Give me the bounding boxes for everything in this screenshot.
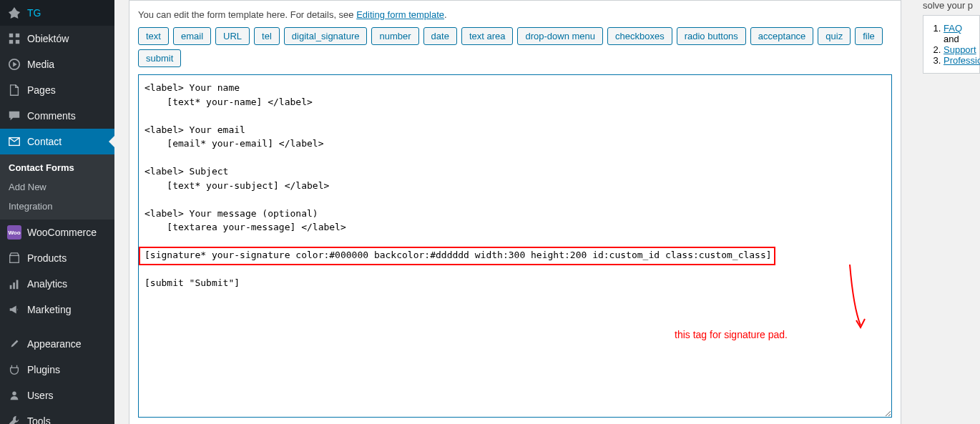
sidebar-item-label: Marketing	[27, 304, 71, 315]
media-icon	[7, 57, 21, 72]
svg-rect-0	[9, 34, 13, 37]
sidebar-item-products[interactable]: Products	[0, 245, 114, 271]
sidebar-item-media[interactable]: Media	[0, 51, 114, 77]
support-link[interactable]: Support	[944, 44, 976, 55]
tag-dropdown-button[interactable]: drop-down menu	[517, 27, 603, 45]
woo-icon: Woo	[7, 225, 21, 240]
sidebar-item-label: Users	[27, 390, 54, 401]
sidebar-item-label: Analytics	[27, 278, 67, 290]
submenu-add-new[interactable]: Add New	[0, 177, 114, 197]
help-panel: FAQ and Support Professio	[923, 15, 980, 74]
sidebar-item-label: Plugins	[27, 364, 60, 375]
sidebar-item-tools[interactable]: Tools	[0, 408, 114, 424]
intro-prefix: You can edit the form template here. For…	[138, 9, 356, 20]
mail-icon	[7, 134, 21, 149]
tag-radio-button[interactable]: radio buttons	[677, 27, 746, 45]
intro-text: You can edit the form template here. For…	[138, 9, 892, 20]
analytics-icon	[7, 277, 21, 291]
sidebar-item-label: Appearance	[27, 338, 82, 350]
sidebar-item-users[interactable]: Users	[0, 383, 114, 408]
editing-template-link[interactable]: Editing form template	[356, 9, 444, 20]
svg-rect-9	[16, 280, 19, 290]
tag-quiz-button[interactable]: quiz	[818, 27, 851, 45]
sidebar-item-label: TG	[27, 7, 41, 19]
svg-rect-1	[16, 34, 19, 37]
svg-rect-7	[10, 285, 12, 289]
group-icon	[7, 31, 21, 46]
sidebar-item-tg[interactable]: TG	[0, 0, 114, 26]
sidebar-item-appearance[interactable]: Appearance	[0, 331, 114, 357]
marketing-icon	[7, 302, 21, 317]
sidebar-item-analytics[interactable]: Analytics	[0, 271, 114, 297]
page-icon	[7, 83, 21, 97]
plugins-icon	[7, 363, 21, 377]
sidebar-submenu: Contact Forms Add New Integration	[0, 154, 114, 220]
sidebar-item-label: Media	[27, 59, 54, 70]
svg-rect-8	[13, 282, 15, 289]
tag-submit-button[interactable]: submit	[138, 49, 181, 67]
right-intro-text: solve your p	[923, 0, 980, 11]
link-after: and	[944, 34, 959, 44]
sidebar-item-label: Contact	[27, 136, 62, 147]
tag-digital-signature-button[interactable]: digital_signature	[284, 27, 368, 45]
faq-link[interactable]: FAQ	[944, 23, 962, 34]
sidebar-item-woocommerce[interactable]: Woo WooCommerce	[0, 220, 114, 245]
submenu-contact-forms[interactable]: Contact Forms	[0, 158, 114, 177]
submenu-integration[interactable]: Integration	[0, 197, 114, 216]
professional-link[interactable]: Professio	[944, 55, 980, 66]
sidebar-item-label: Obiektów	[27, 33, 69, 44]
appearance-icon	[7, 337, 21, 351]
tag-email-button[interactable]: email	[173, 27, 211, 45]
svg-point-10	[12, 392, 16, 395]
sidebar-item-comments[interactable]: Comments	[0, 103, 114, 129]
tag-acceptance-button[interactable]: acceptance	[750, 27, 814, 45]
tag-number-button[interactable]: number	[371, 27, 418, 45]
annotation-text: this tag for signature pad.	[675, 329, 788, 340]
sidebar-item-label: WooCommerce	[27, 227, 97, 238]
tag-textarea-button[interactable]: text area	[461, 27, 514, 45]
users-icon	[7, 388, 21, 403]
tag-tel-button[interactable]: tel	[254, 27, 280, 45]
help-link-item: Professio	[944, 55, 972, 66]
tools-icon	[7, 414, 21, 424]
comment-icon	[7, 109, 21, 123]
tag-text-button[interactable]: text	[138, 27, 169, 45]
form-template-textarea[interactable]	[138, 74, 892, 418]
pin-icon	[7, 6, 21, 20]
sidebar-item-label: Pages	[27, 84, 56, 96]
sidebar-item-contact[interactable]: Contact	[0, 129, 114, 154]
sidebar-item-obiektow[interactable]: Obiektów	[0, 26, 114, 51]
tag-file-button[interactable]: file	[855, 27, 883, 45]
svg-rect-2	[9, 40, 13, 44]
sidebar-item-pages[interactable]: Pages	[0, 77, 114, 103]
sidebar-item-label: Comments	[27, 110, 76, 122]
right-column: solve your p FAQ and Support Professio	[916, 0, 980, 424]
tag-checkboxes-button[interactable]: checkboxes	[607, 27, 672, 45]
sidebar-item-label: Tools	[27, 415, 51, 424]
help-link-item: Support	[944, 44, 972, 55]
svg-rect-3	[16, 40, 19, 44]
tag-url-button[interactable]: URL	[215, 27, 250, 45]
sidebar-item-label: Products	[27, 252, 67, 264]
tag-date-button[interactable]: date	[423, 27, 457, 45]
form-editor-panel: You can edit the form template here. For…	[129, 0, 901, 424]
main-content: You can edit the form template here. For…	[114, 0, 916, 424]
svg-rect-6	[10, 255, 19, 262]
tag-button-row: text email URL tel digital_signature num…	[138, 27, 892, 67]
sidebar-item-plugins[interactable]: Plugins	[0, 357, 114, 383]
sidebar-item-marketing[interactable]: Marketing	[0, 297, 114, 322]
help-link-item: FAQ and	[944, 23, 972, 44]
products-icon	[7, 251, 21, 265]
admin-sidebar: TG Obiektów Media Pages Comments Contact…	[0, 0, 114, 424]
intro-suffix: .	[444, 9, 447, 20]
